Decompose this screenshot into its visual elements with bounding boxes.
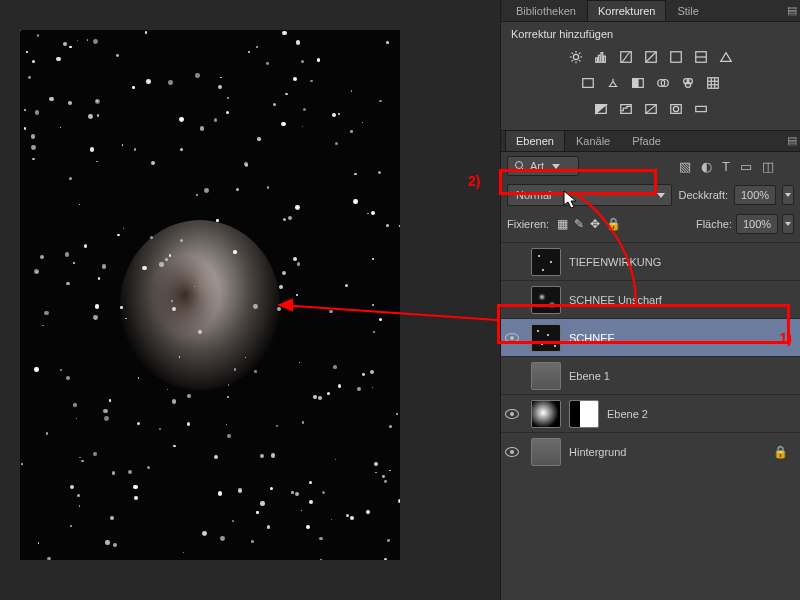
invert-icon[interactable]	[590, 100, 612, 118]
lock-transparency-icon[interactable]: ▦	[557, 217, 568, 231]
bw-icon[interactable]	[627, 74, 649, 92]
layer-thumb[interactable]	[531, 438, 561, 466]
layer-ebene2[interactable]: Ebene 2	[501, 394, 800, 432]
layer-hintergrund[interactable]: Hintergrund 🔒	[501, 432, 800, 470]
tab-ebenen[interactable]: Ebenen	[505, 130, 565, 151]
snow-particle	[20, 30, 21, 31]
levels-icon[interactable]	[590, 48, 612, 66]
snow-particle	[142, 266, 147, 271]
opacity-field[interactable]: 100%	[734, 185, 776, 205]
layer-thumb[interactable]	[531, 362, 561, 390]
tab-stile[interactable]: Stile	[666, 0, 709, 21]
snow-particle	[282, 31, 286, 35]
document-canvas[interactable]: // placeholder so structure validates; a…	[20, 30, 400, 560]
layer-schnee[interactable]: SCHNEE 1)	[501, 318, 800, 356]
tab-pfade[interactable]: Pfade	[621, 130, 672, 151]
layer-kind-dropdown[interactable]: Art	[507, 156, 579, 176]
layer-thumb[interactable]	[531, 400, 561, 428]
snow-particle	[34, 269, 39, 274]
snow-particle	[301, 60, 305, 64]
opacity-stepper[interactable]	[782, 185, 794, 205]
snow-particle	[183, 552, 184, 553]
layer-thumb[interactable]	[531, 248, 561, 276]
snow-particle	[329, 310, 332, 313]
snow-particle	[77, 494, 80, 497]
snow-particle	[159, 428, 162, 431]
gradient-map-icon[interactable]	[690, 100, 712, 118]
snow-particle	[270, 487, 273, 490]
layer-label[interactable]: Hintergrund	[569, 446, 765, 458]
snow-particle	[297, 262, 300, 265]
fill-field[interactable]: 100%	[736, 214, 778, 234]
tab-bibliotheken[interactable]: Bibliotheken	[505, 0, 587, 21]
snow-particle	[295, 492, 299, 496]
snow-particle	[180, 239, 183, 242]
tab-kanaele[interactable]: Kanäle	[565, 130, 621, 151]
snow-particle	[346, 514, 349, 517]
visibility-toggle[interactable]	[501, 409, 523, 419]
layer-label[interactable]: SCHNEE	[569, 332, 768, 344]
snow-particle	[282, 271, 286, 275]
panel-menu-icon[interactable]: ▤	[784, 0, 800, 21]
layer-ebene1[interactable]: Ebene 1	[501, 356, 800, 394]
snow-particle	[195, 73, 200, 78]
filter-type-icon[interactable]: T	[722, 159, 730, 174]
layer-label[interactable]: SCHNEE Unscharf	[569, 294, 792, 306]
brightness-icon[interactable]	[565, 48, 587, 66]
layer-label[interactable]: Ebene 2	[607, 408, 792, 420]
snow-particle	[133, 485, 138, 490]
snow-particle	[44, 311, 48, 315]
visibility-toggle[interactable]	[501, 447, 523, 457]
snow-particle	[68, 101, 72, 105]
visibility-toggle[interactable]	[501, 333, 523, 343]
layer-tiefenwirkung[interactable]: TIEFENWIRKUNG	[501, 242, 800, 280]
adjust-icon-5[interactable]	[665, 48, 687, 66]
blend-mode-dropdown[interactable]: Normal	[507, 184, 672, 206]
snow-particle	[93, 315, 98, 320]
layer-thumb[interactable]	[531, 286, 561, 314]
snow-particle	[84, 244, 87, 247]
tab-korrekturen[interactable]: Korrekturen	[587, 0, 666, 21]
snow-particle	[295, 205, 300, 210]
snow-particle	[73, 403, 76, 406]
lock-all-icon[interactable]: 🔒	[606, 217, 621, 231]
vibrance-icon[interactable]	[715, 48, 737, 66]
snow-particle	[302, 421, 305, 424]
color-balance-icon[interactable]	[602, 74, 624, 92]
posterize-icon[interactable]	[615, 100, 637, 118]
snow-particle	[327, 392, 330, 395]
channel-mixer-icon[interactable]	[677, 74, 699, 92]
photo-filter-icon[interactable]	[652, 74, 674, 92]
layers-panel-menu-icon[interactable]: ▤	[784, 129, 800, 151]
filter-pixel-icon[interactable]: ▧	[679, 159, 691, 174]
snow-particle	[370, 370, 374, 374]
fill-stepper[interactable]	[782, 214, 794, 234]
lock-pixels-icon[interactable]: ✎	[574, 217, 584, 231]
snow-particle	[387, 539, 390, 542]
filter-adjust-icon[interactable]: ◐	[701, 159, 712, 174]
layer-label[interactable]: Ebene 1	[569, 370, 792, 382]
exposure-icon[interactable]	[640, 48, 662, 66]
hue-icon[interactable]	[577, 74, 599, 92]
snow-particle	[248, 51, 250, 53]
snow-particle	[310, 80, 313, 83]
layer-schnee-unscharf[interactable]: SCHNEE Unscharf	[501, 280, 800, 318]
eye-icon	[505, 447, 519, 457]
color-lookup-icon[interactable]	[702, 74, 724, 92]
canvas-area[interactable]: // placeholder so structure validates; a…	[0, 0, 500, 600]
filter-smart-icon[interactable]: ◫	[762, 159, 774, 174]
layer-label[interactable]: TIEFENWIRKUNG	[569, 256, 792, 268]
threshold-icon[interactable]	[640, 100, 662, 118]
lock-position-icon[interactable]: ✥	[590, 217, 600, 231]
selective-color-icon[interactable]	[665, 100, 687, 118]
filter-shape-icon[interactable]: ▭	[740, 159, 752, 174]
snow-particle	[288, 216, 292, 220]
snow-particle	[128, 470, 132, 474]
layer-thumb[interactable]	[531, 324, 561, 352]
adjust-icon-6[interactable]	[690, 48, 712, 66]
snow-particle	[293, 77, 297, 81]
layer-mask-thumb[interactable]	[569, 400, 599, 428]
curves-icon[interactable]	[615, 48, 637, 66]
snow-particle	[227, 434, 231, 438]
snow-particle	[374, 462, 378, 466]
